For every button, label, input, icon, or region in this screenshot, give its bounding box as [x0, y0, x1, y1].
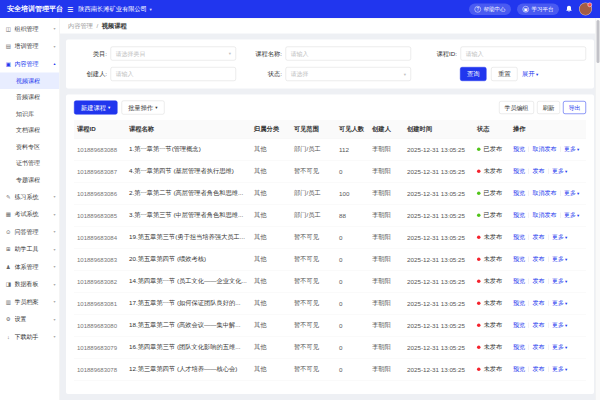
- preview-link[interactable]: 预览: [513, 145, 525, 154]
- publish-toggle-link[interactable]: 发布: [533, 299, 545, 308]
- table-body: 1018896830881.第一章第一节(管理概念)其他部门/员工112李朝阳2…: [74, 138, 586, 380]
- learning-platform-button[interactable]: ▣ 学习平台: [517, 3, 559, 15]
- chevron-down-icon: ▾: [577, 147, 579, 152]
- status-badge: 已发布: [477, 145, 507, 154]
- more-link[interactable]: 更多▾: [552, 343, 567, 352]
- publish-toggle-link[interactable]: 发布: [533, 233, 545, 242]
- table-row: 1018896830874.第一章第四节 (基层管理者执行思维)其他暂不可见0李…: [74, 160, 586, 182]
- sidebar-subitem-video-course[interactable]: 视频课程: [0, 73, 60, 90]
- filter-field-status: 状态:请选择▾: [249, 67, 411, 81]
- export-button[interactable]: 导出: [563, 101, 586, 114]
- cell-creator: 李朝阳: [369, 248, 404, 270]
- scrollbar-thumb[interactable]: [597, 20, 600, 63]
- sidebar-subitem-material-zone[interactable]: 资料专区: [0, 139, 60, 156]
- more-link[interactable]: 更多▾: [552, 365, 567, 374]
- topbar: 安全培训管理平台 ☰ 陕西南长滩矿业有限公司 ▾ ? 帮助中心 ▣ 学习平台: [0, 0, 600, 18]
- sidebar-subitem-topic-course[interactable]: 专题课程: [0, 172, 60, 189]
- column-header: 可见范围: [291, 120, 336, 139]
- sidebar-item-practice-system[interactable]: ✎练习系统▾: [0, 188, 60, 206]
- cell-visible-count: 0: [336, 292, 369, 314]
- qa-management-icon: ⊙: [5, 229, 12, 236]
- sidebar-item-study-tools[interactable]: ⊞助学工具▾: [0, 241, 60, 259]
- chevron-down-icon: ▾: [53, 44, 55, 49]
- sidebar-item-system-management[interactable]: ♟体系管理▾: [0, 258, 60, 276]
- status-select[interactable]: 请选择▾: [286, 67, 412, 81]
- sidebar-item-qa-management[interactable]: ⊙问答管理▾: [0, 223, 60, 241]
- sidebar-subitem-knowledge-base[interactable]: 知识库: [0, 106, 60, 123]
- user-avatar[interactable]: [579, 3, 592, 16]
- sidebar-item-data-dashboard[interactable]: ◨数据看板▾: [0, 276, 60, 294]
- sidebar-subitem-audio-course[interactable]: 音频课程: [0, 89, 60, 106]
- student-group-button[interactable]: 学员编组: [499, 101, 534, 114]
- creator-input[interactable]: 请输入: [111, 67, 237, 81]
- sidebar-item-download-helper[interactable]: ↓下载助手▾: [0, 328, 60, 346]
- status-dot: [477, 280, 481, 284]
- preview-link[interactable]: 预览: [513, 365, 525, 374]
- publish-toggle-link[interactable]: 发布: [533, 365, 545, 374]
- chevron-down-icon: ▾: [565, 301, 567, 306]
- bell-icon[interactable]: [565, 5, 573, 13]
- category-select[interactable]: 请选择类目▾: [111, 47, 237, 61]
- cell-scope: 暂不可见: [291, 314, 336, 336]
- sidebar-item-student-archive[interactable]: ▥学员档案▾: [0, 293, 60, 311]
- page-scrollbar[interactable]: [596, 18, 600, 400]
- publish-toggle-link[interactable]: 取消发布: [533, 145, 557, 154]
- more-link[interactable]: 更多▾: [552, 321, 567, 330]
- preview-link[interactable]: 预览: [513, 299, 525, 308]
- more-link[interactable]: 更多▾: [552, 233, 567, 242]
- more-link[interactable]: 更多▾: [564, 189, 579, 198]
- preview-link[interactable]: 预览: [513, 277, 525, 286]
- sidebar-item-training-management[interactable]: ▤培训管理▾: [0, 38, 60, 56]
- cell-creator: 李朝阳: [369, 138, 404, 160]
- sidebar-item-settings[interactable]: ⚙设置▾: [0, 311, 60, 329]
- cell-status: 未发布: [474, 270, 510, 292]
- new-course-button[interactable]: 新建课程 ▾: [74, 101, 117, 115]
- status-text: 已发布: [484, 211, 503, 220]
- preview-link[interactable]: 预览: [513, 189, 525, 198]
- publish-toggle-link[interactable]: 取消发布: [533, 211, 557, 220]
- sidebar-subitem-doc-course[interactable]: 文档课程: [0, 122, 60, 139]
- publish-toggle-link[interactable]: 发布: [533, 343, 545, 352]
- search-button[interactable]: 查询: [460, 67, 487, 81]
- publish-toggle-link[interactable]: 取消发布: [533, 189, 557, 198]
- preview-link[interactable]: 预览: [513, 211, 525, 220]
- preview-link[interactable]: 预览: [513, 321, 525, 330]
- sidebar-collapse-icon[interactable]: ☰: [67, 5, 73, 13]
- more-link[interactable]: 更多▾: [552, 255, 567, 264]
- preview-link[interactable]: 预览: [513, 167, 525, 176]
- expand-filters-link[interactable]: 展开▾: [522, 70, 538, 79]
- sidebar-item-exam-system[interactable]: ▦考试系统▾: [0, 206, 60, 224]
- status-badge: 未发布: [477, 233, 507, 242]
- help-center-button[interactable]: ? 帮助中心: [469, 3, 511, 15]
- sidebar-item-org-management[interactable]: ◫组织管理▾: [0, 20, 60, 38]
- preview-link[interactable]: 预览: [513, 233, 525, 242]
- table-row: 1018896830862.第一章第二节 (高层管理者角色和思维...其他部门/…: [74, 182, 586, 204]
- study-tools-icon: ⊞: [5, 246, 12, 253]
- preview-link[interactable]: 预览: [513, 343, 525, 352]
- more-link[interactable]: 更多▾: [552, 277, 567, 286]
- chevron-down-icon: ▾: [565, 257, 567, 262]
- course-id-input[interactable]: 请输入: [461, 47, 587, 61]
- publish-toggle-link[interactable]: 发布: [533, 321, 545, 330]
- refresh-button[interactable]: 刷新: [537, 101, 560, 114]
- more-link[interactable]: 更多▾: [552, 299, 567, 308]
- breadcrumb-parent[interactable]: 内容管理: [68, 22, 93, 31]
- publish-toggle-link[interactable]: 发布: [533, 277, 545, 286]
- exam-system-icon: ▦: [5, 211, 12, 218]
- sidebar-item-content-management[interactable]: ▣内容管理▴: [0, 55, 60, 73]
- course-name-input[interactable]: 请输入: [286, 47, 412, 61]
- more-link[interactable]: 更多▾: [564, 145, 579, 154]
- more-link[interactable]: 更多▾: [552, 167, 567, 176]
- publish-toggle-link[interactable]: 发布: [533, 255, 545, 264]
- column-header: 归属分类: [251, 120, 291, 139]
- cell-actions: 预览发布更多▾: [510, 336, 586, 358]
- sidebar-subitem-certificate-management[interactable]: 证书管理: [0, 155, 60, 172]
- reset-button[interactable]: 重置: [491, 67, 518, 81]
- preview-link[interactable]: 预览: [513, 255, 525, 264]
- action-divider: [529, 235, 530, 241]
- cell-scope: 暂不可见: [291, 270, 336, 292]
- more-link[interactable]: 更多▾: [564, 211, 579, 220]
- publish-toggle-link[interactable]: 发布: [533, 167, 545, 176]
- company-selector[interactable]: 陕西南长滩矿业有限公司 ▾: [78, 5, 152, 14]
- batch-actions-button[interactable]: 批量操作 ▾: [121, 101, 164, 115]
